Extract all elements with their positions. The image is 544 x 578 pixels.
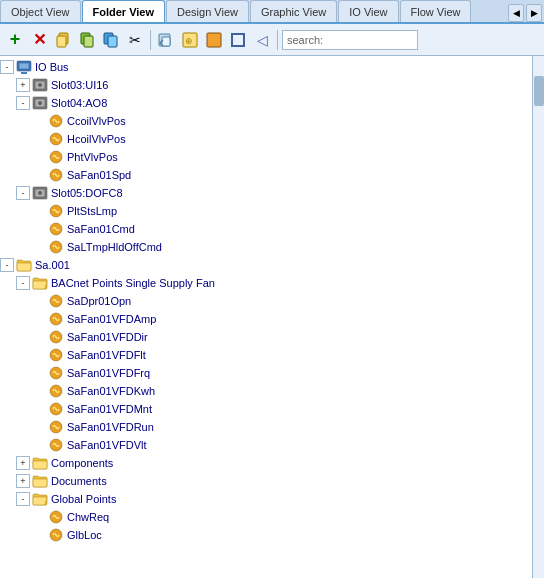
toolbar-sep-1 bbox=[150, 30, 151, 50]
tree-item-glbloc[interactable]: GlbLoc bbox=[0, 526, 532, 544]
color-icon bbox=[206, 32, 222, 48]
tree-item-safan01spd[interactable]: SaFan01Spd bbox=[0, 166, 532, 184]
tab-io-view[interactable]: IO View bbox=[338, 0, 398, 22]
tree-item-safan01vfdflt[interactable]: SaFan01VFDFlt bbox=[0, 346, 532, 364]
point-icon bbox=[48, 383, 64, 399]
point-icon bbox=[48, 293, 64, 309]
point-icon bbox=[48, 365, 64, 381]
tree-item-safan01vfdrun[interactable]: SaFan01VFDRun bbox=[0, 418, 532, 436]
tree-item-hcoilvlvpos[interactable]: HcoilVlvPos bbox=[0, 130, 532, 148]
tree-item-label: SaFan01VFDRun bbox=[67, 421, 154, 433]
tree-item-label: BACnet Points Single Supply Fan bbox=[51, 277, 215, 289]
point-icon bbox=[48, 437, 64, 453]
zoom-button[interactable]: ⊕ bbox=[179, 29, 201, 51]
expand-btn[interactable]: - bbox=[16, 276, 30, 290]
tree-item-components[interactable]: +Components bbox=[0, 454, 532, 472]
paste-icon bbox=[79, 32, 95, 48]
point-icon bbox=[48, 527, 64, 543]
copy-button[interactable] bbox=[52, 29, 74, 51]
point-icon bbox=[48, 329, 64, 345]
tree-item-label: SaFan01VFDAmp bbox=[67, 313, 156, 325]
point-icon bbox=[48, 401, 64, 417]
tab-flow-view[interactable]: Flow View bbox=[400, 0, 472, 22]
tab-bar: Object View Folder View Design View Grap… bbox=[0, 0, 544, 24]
tab-graphic-view[interactable]: Graphic View bbox=[250, 0, 337, 22]
tab-folder-view[interactable]: Folder View bbox=[82, 0, 166, 22]
tree-item-slot05-dofc8[interactable]: -Slot05:DOFC8 bbox=[0, 184, 532, 202]
tree-item-saltmphldoffcmd[interactable]: SaLTmpHldOffCmd bbox=[0, 238, 532, 256]
tree-item-label: Components bbox=[51, 457, 113, 469]
expand-btn[interactable]: + bbox=[16, 456, 30, 470]
delete-button[interactable]: ✕ bbox=[28, 29, 50, 51]
folder-icon bbox=[16, 257, 32, 273]
tree-item-label: Global Points bbox=[51, 493, 116, 505]
expand-btn[interactable]: + bbox=[16, 78, 30, 92]
tree-item-bacnet-points[interactable]: -BACnet Points Single Supply Fan bbox=[0, 274, 532, 292]
box-button[interactable] bbox=[227, 29, 249, 51]
folder-icon bbox=[32, 455, 48, 471]
tree-item-safan01vfdmnt[interactable]: SaFan01VFDMnt bbox=[0, 400, 532, 418]
tab-object-view[interactable]: Object View bbox=[0, 0, 81, 22]
paste-button[interactable] bbox=[76, 29, 98, 51]
expand-btn[interactable]: - bbox=[0, 258, 14, 272]
tab-design-view[interactable]: Design View bbox=[166, 0, 249, 22]
scissors-button[interactable]: ✂ bbox=[124, 29, 146, 51]
expand-btn[interactable]: - bbox=[0, 60, 14, 74]
tree-item-safan01vfdfrq[interactable]: SaFan01VFDFrq bbox=[0, 364, 532, 382]
point-icon bbox=[48, 167, 64, 183]
tree-item-slot03-ui16[interactable]: +Slot03:UI16 bbox=[0, 76, 532, 94]
tree-item-slot04-ao8[interactable]: -Slot04:AO8 bbox=[0, 94, 532, 112]
folder-open-icon bbox=[32, 275, 48, 291]
box-icon bbox=[230, 32, 246, 48]
tree-item-phtvlvpos[interactable]: PhtVlvPos bbox=[0, 148, 532, 166]
tree-item-label: SaFan01Spd bbox=[67, 169, 131, 181]
point-icon bbox=[48, 221, 64, 237]
arrow-button[interactable]: ◁ bbox=[251, 29, 273, 51]
tree-item-sadpr01opn[interactable]: SaDpr01Opn bbox=[0, 292, 532, 310]
expand-btn[interactable]: - bbox=[16, 492, 30, 506]
point-icon bbox=[48, 419, 64, 435]
tree-item-safan01vfddir[interactable]: SaFan01VFDDir bbox=[0, 328, 532, 346]
scrollbar-thumb[interactable] bbox=[534, 76, 544, 106]
search-input[interactable] bbox=[323, 34, 413, 46]
tree-item-chwreq[interactable]: ChwReq bbox=[0, 508, 532, 526]
tree-item-label: Slot03:UI16 bbox=[51, 79, 108, 91]
tab-scroll-right[interactable]: ▶ bbox=[526, 4, 542, 22]
search-box: search: bbox=[282, 30, 418, 50]
tree-item-label: PhtVlvPos bbox=[67, 151, 118, 163]
point-icon bbox=[48, 113, 64, 129]
tree-item-sa001[interactable]: -Sa.001 bbox=[0, 256, 532, 274]
tree-item-safan01cmd[interactable]: SaFan01Cmd bbox=[0, 220, 532, 238]
tree-item-safan01vfdamp[interactable]: SaFan01VFDAmp bbox=[0, 310, 532, 328]
tree-item-safan01vfdvlt[interactable]: SaFan01VFDVlt bbox=[0, 436, 532, 454]
tree-panel: -IO Bus+Slot03:UI16-Slot04:AO8CcoilVlvPo… bbox=[0, 56, 532, 578]
expand-btn[interactable]: + bbox=[16, 474, 30, 488]
tree-item-io-bus[interactable]: -IO Bus bbox=[0, 58, 532, 76]
svg-rect-11 bbox=[232, 34, 244, 46]
tab-scroll-left[interactable]: ◀ bbox=[508, 4, 524, 22]
point-icon bbox=[48, 239, 64, 255]
expand-btn[interactable]: - bbox=[16, 96, 30, 110]
svg-rect-3 bbox=[84, 36, 93, 47]
tree-item-label: CcoilVlvPos bbox=[67, 115, 126, 127]
nav-back-icon bbox=[158, 32, 174, 48]
tree-item-safan01vfdkwh[interactable]: SaFan01VFDKwh bbox=[0, 382, 532, 400]
expand-btn[interactable]: - bbox=[16, 186, 30, 200]
tree-item-documents[interactable]: +Documents bbox=[0, 472, 532, 490]
tree-item-ccoilvlvpos[interactable]: CcoilVlvPos bbox=[0, 112, 532, 130]
tree-item-label: PltStsLmp bbox=[67, 205, 117, 217]
tree-item-label: SaLTmpHldOffCmd bbox=[67, 241, 162, 253]
tree-item-label: SaFan01VFDDir bbox=[67, 331, 148, 343]
add-button[interactable]: + bbox=[4, 29, 26, 51]
color-button[interactable] bbox=[203, 29, 225, 51]
cut-button[interactable] bbox=[100, 29, 122, 51]
tree-item-label: Slot04:AO8 bbox=[51, 97, 107, 109]
tree-item-pltslmp[interactable]: PltStsLmp bbox=[0, 202, 532, 220]
tree-item-label: ChwReq bbox=[67, 511, 109, 523]
folder-open-icon bbox=[32, 491, 48, 507]
copy-icon bbox=[55, 32, 71, 48]
nav-back-button[interactable] bbox=[155, 29, 177, 51]
svg-point-20 bbox=[38, 101, 42, 105]
tree-item-global-points[interactable]: -Global Points bbox=[0, 490, 532, 508]
scrollbar-vertical[interactable] bbox=[532, 56, 544, 578]
